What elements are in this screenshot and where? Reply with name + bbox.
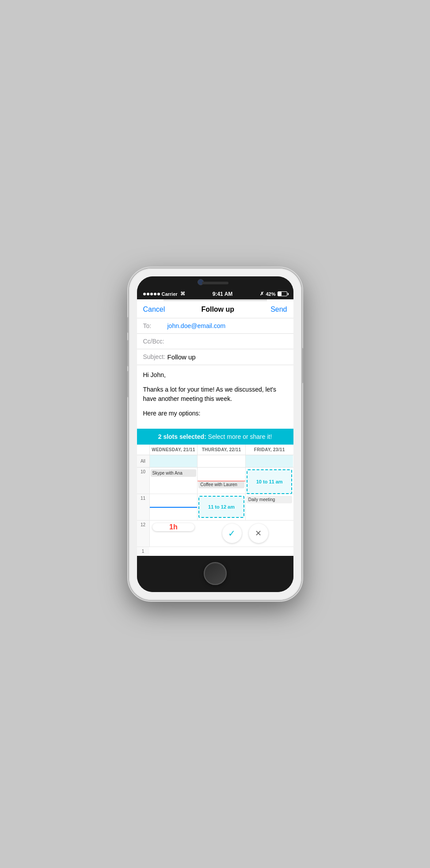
home-button[interactable]: [204, 562, 227, 585]
subject-value: Follow up: [167, 353, 196, 361]
calendar-grid: WEDNESDAY, 21/11 THURSDAY, 22/11 FRIDAY,…: [137, 445, 293, 556]
to-value[interactable]: john.doe@email.com: [167, 322, 226, 329]
send-button[interactable]: Send: [270, 306, 287, 313]
wed-10-cell[interactable]: Skype with Ana: [149, 468, 198, 494]
blue-time-line: [150, 507, 198, 508]
home-button-area: [137, 556, 293, 592]
calendar-banner[interactable]: 2 slots selected: Select more or share i…: [137, 429, 293, 445]
time-row-10: 10 Skype with Ana Coffee with Lauren 10 …: [137, 468, 293, 494]
email-title: Follow up: [201, 306, 234, 313]
phone-device: Carrier ⌘ 9:41 AM ✗ 42% Cancel Follow up…: [129, 268, 301, 600]
time-row-1: 1: [137, 547, 293, 556]
signal-icon: [143, 293, 160, 295]
status-time: 9:41 AM: [213, 291, 233, 297]
wed-11-cell[interactable]: [149, 494, 198, 520]
confirm-button[interactable]: ✓: [222, 524, 242, 543]
power-button[interactable]: [301, 348, 303, 383]
carrier-label: Carrier: [162, 291, 178, 297]
coffee-event: Coffee with Lauren: [198, 481, 244, 488]
cancel-button[interactable]: Cancel: [143, 306, 165, 313]
to-label: To:: [143, 322, 167, 329]
fri-10-cell[interactable]: 10 to 11 am: [245, 468, 293, 494]
cal-header-empty: [137, 445, 149, 455]
body-greeting: Hi John,: [143, 370, 287, 380]
wed-12-cell: 1h: [149, 521, 198, 547]
cancel-slot-button[interactable]: ✕: [249, 524, 268, 543]
status-right: ✗ 42%: [260, 291, 287, 297]
phone-top-bar: [137, 276, 293, 289]
bluetooth-icon: ✗: [260, 291, 264, 297]
battery-pct: 42%: [266, 291, 275, 297]
phone-screen-area: Carrier ⌘ 9:41 AM ✗ 42% Cancel Follow up…: [137, 276, 293, 592]
cc-bcc-label: Cc/Bcc:: [143, 338, 167, 345]
selected-slot-fri-10[interactable]: 10 to 11 am: [247, 469, 293, 494]
cal-header-fri: FRIDAY, 23/11: [245, 445, 293, 455]
row-1-fri: [245, 547, 293, 556]
status-left: Carrier ⌘: [143, 291, 185, 297]
cc-bcc-field[interactable]: Cc/Bcc:: [137, 334, 293, 349]
row-1-thu: [197, 547, 245, 556]
x-icon: ✕: [255, 528, 262, 538]
calendar-all-row: All: [137, 455, 293, 468]
slots-action: Select more or share it!: [208, 433, 272, 440]
email-header: Cancel Follow up Send: [137, 301, 293, 318]
time-label-10: 10: [137, 468, 149, 494]
action-buttons: ✓ ✕: [197, 521, 293, 547]
cal-header-thu: THURSDAY, 22/11: [197, 445, 245, 455]
all-cell-fri[interactable]: [245, 455, 293, 467]
red-time-line: [198, 481, 245, 481]
mute-button[interactable]: [127, 317, 129, 333]
time-label-11: 11: [137, 494, 149, 520]
time-row-12: 12 1h ✓ ✕: [137, 521, 293, 547]
all-cell-wed[interactable]: [149, 455, 198, 467]
earpiece-speaker: [202, 282, 228, 284]
battery-fill: [278, 292, 282, 296]
phone-screen: Cancel Follow up Send To: john.doe@email…: [137, 299, 293, 556]
battery-icon: [278, 291, 287, 296]
thu-11-cell[interactable]: 11 to 12 am: [197, 494, 245, 520]
row-1-label: 1: [137, 547, 149, 556]
body-options: Here are my options:: [143, 409, 287, 418]
time-label-12: 12: [137, 521, 149, 547]
selected-slot-thu-11[interactable]: 11 to 12 am: [198, 496, 244, 518]
time-row-11: 11 11 to 12 am Daily meeting: [137, 494, 293, 521]
all-label: All: [137, 455, 149, 467]
fri-11-cell[interactable]: Daily meeting: [245, 494, 293, 520]
all-cell-thu[interactable]: [197, 455, 245, 467]
volume-down-button[interactable]: [127, 371, 129, 397]
volume-up-button[interactable]: [127, 340, 129, 366]
calendar-header-row: WEDNESDAY, 21/11 THURSDAY, 22/11 FRIDAY,…: [137, 445, 293, 455]
email-body[interactable]: Hi John, Thanks a lot for your time! As …: [137, 365, 293, 429]
subject-label: Subject:: [143, 353, 167, 360]
cal-header-wed: WEDNESDAY, 21/11: [149, 445, 198, 455]
duration-pill[interactable]: 1h: [152, 523, 195, 531]
wifi-icon: ⌘: [180, 291, 185, 297]
status-bar: Carrier ⌘ 9:41 AM ✗ 42%: [137, 289, 293, 299]
row-1-wed: [149, 547, 198, 556]
subject-field[interactable]: Subject: Follow up: [137, 349, 293, 365]
to-field[interactable]: To: john.doe@email.com: [137, 318, 293, 334]
skype-event: Skype with Ana: [151, 469, 197, 477]
thu-10-cell[interactable]: Coffee with Lauren: [197, 468, 245, 494]
daily-meeting-event: Daily meeting: [247, 496, 293, 503]
check-icon: ✓: [228, 528, 236, 539]
slots-count: 2 slots selected:: [158, 433, 206, 440]
body-main: Thanks a lot for your time! As we discus…: [143, 385, 287, 404]
